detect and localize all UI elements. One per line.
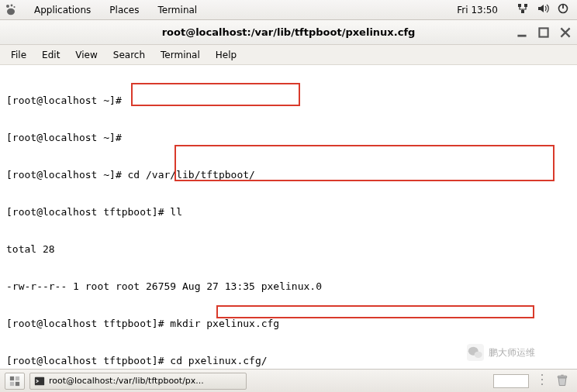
close-button[interactable] [560,27,571,38]
svg-point-0 [6,5,9,8]
svg-rect-6 [521,10,524,13]
menu-file[interactable]: File [3,50,34,60]
power-icon[interactable] [557,2,569,17]
trash-icon[interactable] [555,373,572,389]
svg-rect-17 [35,377,44,385]
svg-point-20 [541,383,543,385]
menu-help[interactable]: Help [208,50,244,60]
workspace-switcher[interactable] [493,374,529,388]
svg-rect-21 [558,376,566,377]
taskbar-window-button[interactable]: root@localhost:/var/lib/tftpboot/px... [29,373,247,390]
network-icon[interactable] [517,2,529,17]
terminal-line: total 28 [6,243,571,256]
window-titlebar[interactable]: root@localhost:/var/lib/tftpboot/pxelinu… [0,20,577,45]
terminal-line: [root@localhost ~]# [6,132,571,144]
svg-point-18 [541,374,543,376]
gnome-foot-icon[interactable] [5,4,17,16]
menu-applications[interactable]: Applications [25,5,100,15]
maximize-button[interactable] [538,27,549,38]
terminal-line: [root@localhost tftpboot]# ll [6,206,571,218]
minimize-button[interactable] [517,27,527,38]
svg-point-19 [541,379,543,380]
svg-rect-5 [524,4,527,7]
terminal-content[interactable]: [root@localhost ~]# [root@localhost ~]# … [0,65,577,363]
wechat-icon [467,344,484,361]
menu-terminal-app[interactable]: Terminal [153,50,208,60]
clock[interactable]: Fri 13:50 [449,5,506,15]
watermark-text: 鹏大师运维 [489,346,535,359]
svg-rect-22 [561,374,563,376]
terminal-icon [34,376,45,387]
show-desktop-button[interactable] [5,373,25,390]
desktop-top-panel: Applications Places Terminal Fri 13:50 [0,0,577,20]
taskbar-right-group [493,373,572,389]
svg-rect-13 [10,376,14,380]
top-menu-group: Applications Places Terminal [25,5,206,15]
system-tray [513,2,572,17]
tray-separator [535,373,549,389]
taskbar-window-label: root@localhost:/var/lib/tftpboot/px... [49,376,204,386]
window-title: root@localhost:/var/lib/tftpboot/pxelinu… [162,26,416,38]
menu-places[interactable]: Places [100,5,148,15]
menu-view[interactable]: View [67,50,105,60]
terminal-line: [root@localhost ~]# cd /var/lib/tftpboot… [6,169,571,181]
terminal-menubar: File Edit View Search Terminal Help [0,45,577,65]
svg-rect-16 [16,381,19,385]
svg-rect-10 [539,28,548,36]
svg-point-3 [7,8,15,14]
svg-point-1 [11,4,13,6]
terminal-line: [root@localhost ~]# [6,95,571,107]
menu-edit[interactable]: Edit [34,50,67,60]
terminal-line: -rw-r--r-- 1 root root 26759 Aug 27 13:3… [6,280,571,293]
menu-search[interactable]: Search [105,50,153,60]
svg-rect-14 [16,376,19,380]
menu-terminal[interactable]: Terminal [148,5,206,15]
terminal-line: [root@localhost tftpboot]# mkdir pxelinu… [6,318,571,330]
desktop-bottom-panel: root@localhost:/var/lib/tftpboot/px... [0,369,577,392]
svg-rect-4 [518,4,521,7]
watermark: 鹏大师运维 [467,344,535,361]
svg-point-12 [475,352,482,358]
window-controls [517,20,571,45]
svg-rect-15 [10,381,14,385]
volume-icon[interactable] [537,2,549,17]
highlight-box [216,305,534,318]
svg-point-2 [13,5,15,7]
